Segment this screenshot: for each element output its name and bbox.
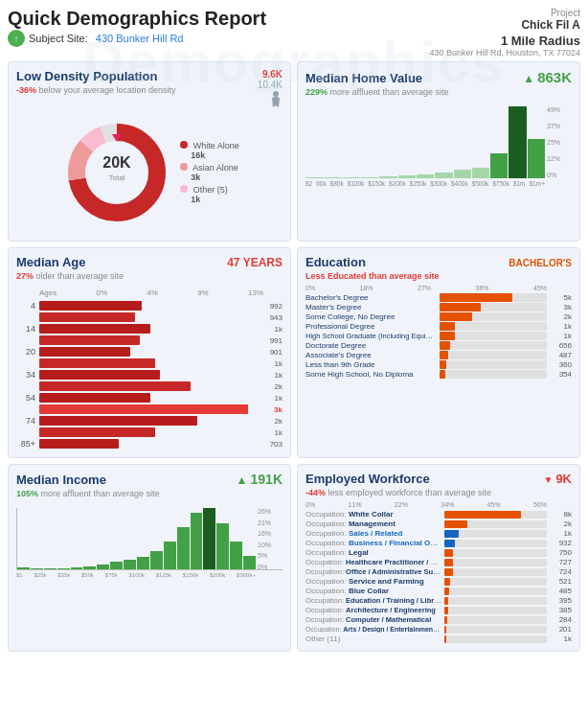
mi-subtitle: 105% more affluent than average site bbox=[16, 489, 159, 498]
emp-row-management: Occupation: Management 2k bbox=[305, 519, 572, 528]
mhv-x-8: $300k bbox=[430, 180, 447, 187]
edu-bar-wrap-bachelors bbox=[440, 293, 547, 302]
mhv-bar-9 bbox=[454, 170, 471, 178]
age-row-14b: 991 bbox=[16, 335, 283, 345]
edu-label-masters: Master's Degree bbox=[305, 303, 440, 311]
age-header-row: Median Age 27% older than average site 4… bbox=[16, 255, 283, 285]
mi-pct-3: 16% bbox=[258, 530, 283, 537]
age-bar-14 bbox=[39, 324, 150, 334]
age-val-54: 1k bbox=[275, 394, 283, 403]
emp-bar-computer bbox=[444, 616, 447, 624]
edu-label-associate: Associate's Degree bbox=[305, 351, 440, 359]
header-left: Quick Demographics Report ↑ Subject Site… bbox=[8, 8, 266, 47]
emp-bar-wrap-other bbox=[444, 635, 547, 643]
legend-other-label: Other (5) bbox=[193, 185, 228, 195]
emp-bar-wrap-architecture bbox=[444, 607, 547, 614]
age-chart: 4 992 943 14 bbox=[16, 301, 283, 449]
mhv-pct-5: 0% bbox=[547, 172, 572, 178]
mhv-title-block: Median Home Value 229% more affluent tha… bbox=[305, 71, 448, 101]
emp-bar-wrap-blue-collar bbox=[444, 588, 547, 595]
emp-title: Employed Workforce bbox=[305, 472, 491, 486]
age-val-14b: 991 bbox=[270, 336, 283, 345]
mhv-pct: 229% bbox=[305, 87, 328, 97]
edu-bar-wrap-hs-grad bbox=[440, 332, 547, 340]
age-bar-20b-container bbox=[39, 358, 272, 368]
project-label: Project bbox=[430, 8, 580, 18]
mi-bar-chart bbox=[16, 508, 283, 570]
emp-bar-wrap-legal bbox=[444, 549, 547, 557]
age-bar-54b bbox=[39, 404, 248, 414]
edu-axis-36: 36% bbox=[476, 285, 489, 291]
edu-bar-wrap-professional bbox=[440, 322, 547, 331]
age-val-20b: 1k bbox=[275, 359, 283, 368]
emp-axis-0: 0% bbox=[305, 501, 315, 508]
legend-asian-value: 3k bbox=[191, 173, 200, 182]
age-row-20b: 1k bbox=[16, 358, 283, 368]
mhv-bar-5 bbox=[379, 176, 396, 178]
age-val-54b: 3k bbox=[274, 405, 283, 414]
edu-label-bachelors: Bachelor's Degree bbox=[305, 293, 440, 302]
age-bar-14-container bbox=[39, 324, 272, 334]
emp-axis-45: 45% bbox=[487, 501, 501, 508]
emp-bar-wrap-service bbox=[444, 578, 547, 586]
edu-label-some-hs: Some High School, No Diploma bbox=[305, 370, 440, 379]
age-row-54b: 3k bbox=[16, 404, 283, 414]
age-val-34b: 2k bbox=[275, 382, 283, 391]
ldp-title-block: Low Density Population -36% below your a… bbox=[16, 69, 176, 99]
edu-row-hs-grad: High School Graduate (Including Equivale… bbox=[305, 332, 572, 340]
svg-text:20K: 20K bbox=[103, 154, 132, 171]
emp-subtitle-text: less employed workforce than average sit… bbox=[328, 488, 492, 497]
emp-val-healthcare: 727 bbox=[551, 558, 572, 566]
edu-axis-18: 18% bbox=[360, 285, 373, 291]
mi-bar-15 bbox=[203, 508, 215, 569]
edu-label-professional: Professional Degree bbox=[305, 322, 440, 331]
emp-val-legal: 750 bbox=[551, 548, 572, 557]
emp-row-blue-collar: Occupation: Blue Collar 485 bbox=[305, 587, 572, 595]
mhv-chart-wrapper: 49% 37% 25% 12% 0% bbox=[305, 106, 572, 178]
age-val-74: 2k bbox=[275, 417, 283, 426]
emp-label-legal: Occupation: Legal bbox=[305, 548, 444, 557]
mi-bar-17 bbox=[230, 542, 242, 569]
edu-axis-45: 45% bbox=[533, 285, 547, 291]
age-row-20: 20 901 bbox=[16, 347, 283, 357]
edu-bar-hs-grad bbox=[440, 332, 455, 340]
emp-title-block: Employed Workforce -44% less employed wo… bbox=[305, 472, 491, 501]
edu-val-associate: 487 bbox=[551, 351, 572, 359]
mi-x-10: $300k+ bbox=[237, 572, 256, 578]
age-bar-54 bbox=[39, 393, 150, 403]
emp-axis-56: 56% bbox=[533, 501, 547, 508]
mi-header-row: Median Income 105% more affluent than av… bbox=[16, 472, 283, 502]
age-row-14: 14 1k bbox=[16, 324, 283, 334]
emp-bar-wrap-sales bbox=[444, 530, 547, 538]
age-label-85: 85+ bbox=[16, 439, 35, 449]
mhv-value: 863K bbox=[537, 69, 572, 85]
edu-row-less9: Less than 9th Grade 360 bbox=[305, 360, 572, 369]
emp-bar-other bbox=[444, 635, 446, 643]
emp-bar-wrap-management bbox=[444, 520, 547, 528]
age-row-4: 4 992 bbox=[16, 301, 283, 311]
edu-val-some-college: 2k bbox=[551, 312, 572, 321]
age-label-34: 34 bbox=[16, 370, 35, 380]
emp-bar-wrap-education bbox=[444, 597, 547, 605]
age-tick-4: 4% bbox=[147, 288, 158, 297]
age-tick-9: 9% bbox=[197, 288, 209, 297]
svg-point-0 bbox=[273, 91, 279, 97]
edu-val-doctorate: 656 bbox=[551, 341, 572, 350]
mhv-pct-2: 37% bbox=[547, 123, 572, 129]
ldp-subtitle-text: below your average location density bbox=[39, 85, 176, 95]
mi-bar-18 bbox=[243, 556, 256, 569]
mi-pct-1: 26% bbox=[258, 508, 283, 515]
edu-bar-wrap-associate bbox=[440, 351, 547, 359]
emp-label-service: Occupation: Service and Farming bbox=[305, 577, 444, 586]
mi-bar-8 bbox=[110, 562, 123, 569]
age-bar-4 bbox=[39, 301, 142, 311]
age-tick-0: 0% bbox=[97, 288, 108, 297]
emp-val-white-collar: 8k bbox=[551, 510, 572, 519]
mi-bar-6 bbox=[83, 566, 96, 569]
mi-value-block: ▲ 191K bbox=[237, 472, 283, 487]
edu-bar-wrap-doctorate bbox=[440, 341, 547, 350]
edu-label-some-college: Some College, No Degree bbox=[305, 312, 440, 321]
donut-legend: White Alone 16k Asian Alone 3k Other (5)… bbox=[180, 141, 239, 204]
age-row-74: 74 2k bbox=[16, 416, 283, 426]
age-title: Median Age bbox=[16, 255, 124, 269]
